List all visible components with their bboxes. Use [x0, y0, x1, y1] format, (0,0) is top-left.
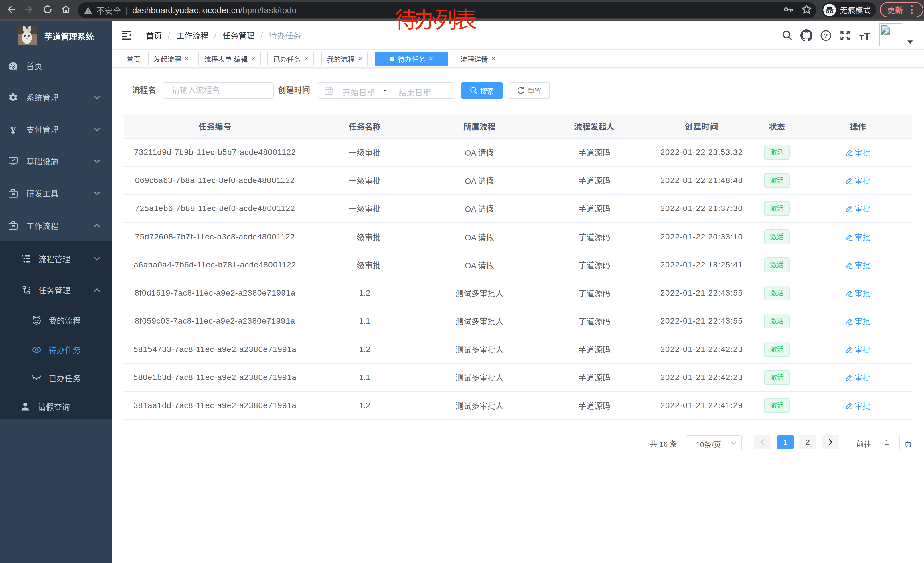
svg-text:?: ?: [824, 32, 828, 39]
